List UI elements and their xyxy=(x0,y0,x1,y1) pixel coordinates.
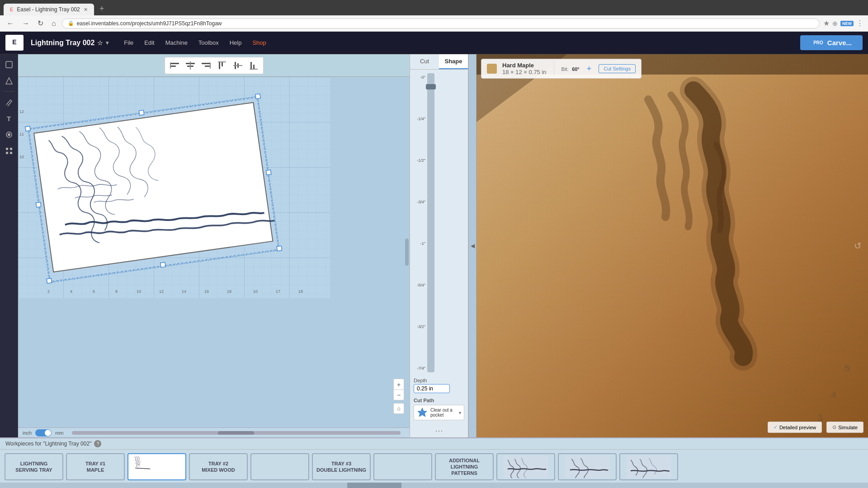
image-tool[interactable] xyxy=(2,128,16,141)
back-button[interactable]: ← xyxy=(5,19,16,28)
reload-button[interactable]: ↻ xyxy=(35,18,46,28)
text-tool[interactable]: T xyxy=(2,112,16,125)
workpiece-item-pattern1[interactable] xyxy=(496,453,555,480)
workpiece-item-tray2[interactable]: TRAY #2MIXED WOOD xyxy=(189,453,248,480)
3d-label-4: 4 xyxy=(831,389,836,401)
browser-tab[interactable]: E Easel - Lightning Tray 002 ✕ xyxy=(4,4,94,15)
canvas-scrollbar[interactable] xyxy=(72,431,401,435)
menu-shop[interactable]: Shop xyxy=(248,38,270,48)
workpiece-item-blank1[interactable] xyxy=(250,453,309,480)
depth-5: -5/4" xyxy=(417,283,425,287)
depth-slider-thumb[interactable] xyxy=(426,84,436,89)
forward-button[interactable]: → xyxy=(20,19,32,28)
workpiece-item-tray3[interactable]: TRAY #3DOUBLE LIGHTNING xyxy=(312,453,371,480)
pen-tool[interactable] xyxy=(2,95,16,109)
svg-rect-41 xyxy=(277,246,282,251)
toolbar-divider xyxy=(4,91,14,92)
align-bottom-button[interactable] xyxy=(246,59,261,72)
carve-button[interactable]: PRO Carve... xyxy=(800,35,863,50)
pattern2-thumbnail xyxy=(565,455,610,478)
zoom-in-button[interactable]: + xyxy=(393,379,404,389)
svg-text:14: 14 xyxy=(182,289,186,294)
bit-value: 60° xyxy=(572,66,580,72)
bookmark-icon[interactable]: ★ xyxy=(823,19,830,28)
workpiece-label: TRAY #2MIXED WOOD xyxy=(200,459,236,475)
home-nav-button[interactable]: ⌂ xyxy=(49,19,58,28)
wood-background xyxy=(476,54,868,437)
cut-settings-button[interactable]: Cut Settings xyxy=(599,64,636,73)
detailed-preview-button[interactable]: ✓ Detailed preview xyxy=(768,422,822,433)
workpiece-item-lightning-serving-tray[interactable]: LIGHTNINGSERVING TRAY xyxy=(5,453,63,480)
zoom-out-button[interactable]: − xyxy=(393,389,404,400)
menu-machine[interactable]: Machine xyxy=(161,38,192,48)
workpieces-title: Workpieces for "Lightning Tray 002" xyxy=(5,441,91,447)
svg-text:16: 16 xyxy=(204,289,209,294)
title-dropdown-icon[interactable]: ▾ xyxy=(106,40,108,46)
simulate-icon: ⊙ xyxy=(832,424,836,430)
menu-file[interactable]: File xyxy=(119,38,138,48)
workpiece-item-current[interactable] xyxy=(127,453,186,480)
tab-shape[interactable]: Shape xyxy=(439,54,468,69)
material-details: Hard Maple 18 × 12 × 0.75 in xyxy=(502,62,547,75)
cut-path-label: Cut Path xyxy=(414,398,464,403)
design-canvas[interactable]: 2 4 6 8 10 12 14 16 18 10 17 18 12 11 xyxy=(18,77,330,298)
svg-text:18: 18 xyxy=(298,289,303,294)
depth-1: -1/4" xyxy=(417,117,425,121)
workpieces-help-button[interactable]: ? xyxy=(94,440,101,447)
menu-toolbox[interactable]: Toolbox xyxy=(194,38,223,48)
extension-icon[interactable]: ⊕ xyxy=(832,20,838,27)
svg-rect-6 xyxy=(6,148,8,150)
menu-help[interactable]: Help xyxy=(225,38,246,48)
svg-rect-38 xyxy=(266,170,271,175)
workpiece-item-pattern2[interactable] xyxy=(558,453,617,480)
bit-label: Bit: xyxy=(561,66,569,72)
tab-title: Easel - Lightning Tray 002 xyxy=(17,6,80,13)
svg-text:6: 6 xyxy=(93,289,95,294)
scroll-indicator-right[interactable] xyxy=(405,239,409,266)
unit-toggle[interactable] xyxy=(35,429,52,436)
fit-to-screen-button[interactable]: ⌂ xyxy=(393,403,404,414)
simulate-button[interactable]: ⊙ Simulate xyxy=(826,422,863,433)
depth-4: -1" xyxy=(420,241,425,246)
svg-rect-12 xyxy=(170,62,171,69)
address-bar[interactable]: 🔒 easel.inventables.com/projects/umh9J71… xyxy=(62,19,820,28)
align-center-v-button[interactable] xyxy=(230,59,245,72)
cut-shape-panel: Cut Shape -0" -1/4" -1/2" -3/4" -1" -5/4… xyxy=(410,54,468,437)
depth-slider-track[interactable] xyxy=(427,73,434,372)
cut-path-dropdown[interactable]: Clear out a pocket ▾ xyxy=(414,405,464,420)
workpieces-list: LIGHTNINGSERVING TRAY TRAY #1MAPLE xyxy=(0,450,868,481)
svg-rect-36 xyxy=(255,94,260,99)
workpiece-item-pattern3[interactable] xyxy=(619,453,678,480)
depth-input[interactable] xyxy=(414,384,450,393)
align-right-button[interactable] xyxy=(198,59,214,72)
shape-tool[interactable] xyxy=(2,74,16,88)
svg-rect-21 xyxy=(218,61,226,62)
align-center-h-button[interactable] xyxy=(183,59,198,72)
more-options-button[interactable]: ⋯ xyxy=(435,426,443,436)
workpiece-item-tray1-maple[interactable]: TRAY #1MAPLE xyxy=(66,453,125,480)
svg-rect-2 xyxy=(6,61,12,68)
pattern3-thumbnail xyxy=(626,455,671,478)
workpiece-item-additional[interactable]: ADDITIONALLIGHTNINGPATTERNS xyxy=(435,453,494,480)
add-bit-button[interactable]: + xyxy=(587,64,592,74)
depth-label: Depth xyxy=(414,378,464,383)
new-tab-button[interactable]: + xyxy=(96,2,108,15)
material-swatch xyxy=(487,64,497,74)
tab-cut[interactable]: Cut xyxy=(410,54,439,69)
workpiece-item-blank2[interactable] xyxy=(373,453,432,480)
align-top-button[interactable] xyxy=(214,59,230,72)
select-tool[interactable] xyxy=(2,58,16,71)
tab-close-button[interactable]: ✕ xyxy=(84,7,88,13)
panel-resize-handle[interactable]: ◀ xyxy=(468,54,476,437)
depth-scale: -0" -1/4" -1/2" -3/4" -1" -5/4" -3/2" -7… xyxy=(412,73,425,372)
left-toolbar: T xyxy=(0,54,18,437)
align-left-button[interactable] xyxy=(167,59,182,72)
svg-rect-9 xyxy=(10,152,12,154)
rotate-icon[interactable]: ↺ xyxy=(854,240,862,251)
page-scrollbar[interactable] xyxy=(0,483,868,488)
menu-icon[interactable]: ⋮ xyxy=(856,19,863,28)
menu-edit[interactable]: Edit xyxy=(140,38,159,48)
svg-rect-34 xyxy=(25,126,30,131)
apps-tool[interactable] xyxy=(2,144,16,158)
favorite-icon[interactable]: ☆ xyxy=(97,39,103,47)
